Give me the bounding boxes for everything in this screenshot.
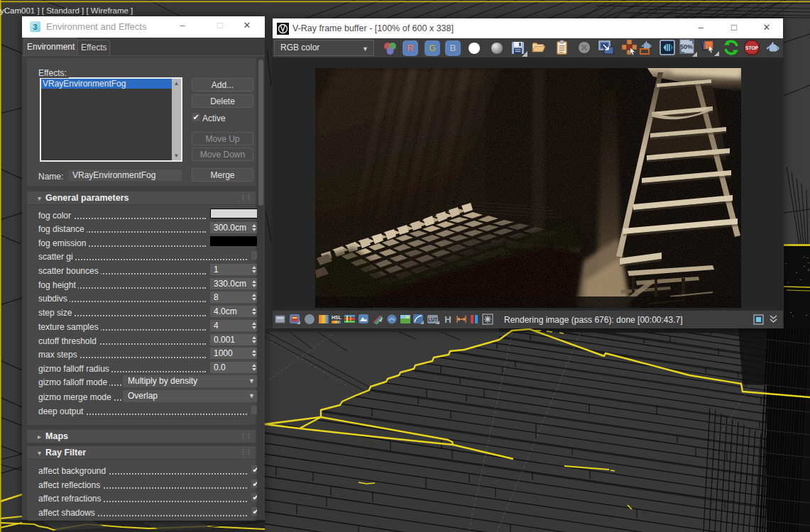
svg-text:HSL: HSL — [332, 315, 342, 320]
svg-text:3: 3 — [33, 23, 37, 31]
svg-text:50%: 50% — [680, 43, 693, 50]
svg-text:H: H — [444, 314, 451, 325]
svg-text:LUT: LUT — [428, 317, 438, 322]
svg-text:STOP: STOP — [745, 45, 758, 50]
